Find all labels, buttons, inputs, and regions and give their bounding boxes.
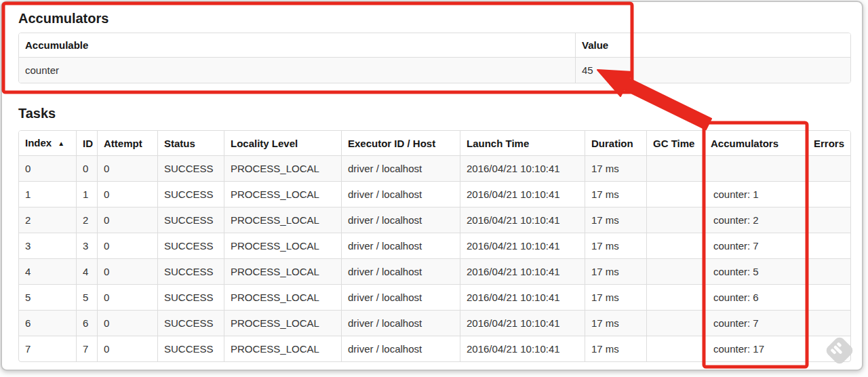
cell-accumulators: counter: 2: [705, 207, 808, 233]
col-header-locality-level[interactable]: Locality Level: [224, 131, 342, 156]
cell-gc-time: [647, 285, 705, 311]
cell-status: SUCCESS: [158, 285, 224, 311]
accumulator-row: counter 45: [19, 58, 850, 83]
cell-executor: driver / localhost: [342, 207, 460, 233]
cell-errors: [808, 311, 850, 336]
col-header-accumulators[interactable]: Accumulators: [705, 131, 808, 156]
cell-gc-time: [647, 182, 705, 207]
cell-gc-time: [647, 233, 705, 259]
col-header-value: Value: [576, 33, 850, 58]
task-row: 3 3 0 SUCCESS PROCESS_LOCAL driver / loc…: [19, 233, 850, 259]
cell-accumulators: counter: 6: [705, 285, 808, 311]
accumulators-section-title: Accumulators: [18, 11, 862, 26]
cell-attempt: 0: [98, 259, 158, 285]
cell-duration: 17 ms: [585, 182, 647, 207]
cell-errors: [808, 336, 850, 361]
cell-id: 7: [77, 336, 98, 361]
accumulators-header-row: Accumulable Value: [19, 33, 850, 58]
cell-executor: driver / localhost: [342, 182, 460, 207]
cell-accumulators: counter: 5: [705, 259, 808, 285]
col-header-errors[interactable]: Errors: [808, 131, 850, 156]
cell-status: SUCCESS: [158, 207, 224, 233]
sort-ascending-icon: ▲: [58, 140, 64, 147]
tasks-section-title: Tasks: [18, 106, 862, 121]
cell-attempt: 0: [98, 311, 158, 336]
cell-accumulable: counter: [19, 58, 576, 83]
cell-errors: [808, 285, 850, 311]
cell-errors: [808, 233, 850, 259]
cell-errors: [808, 182, 850, 207]
cell-duration: 17 ms: [585, 233, 647, 259]
cell-index: 1: [19, 182, 77, 207]
cell-errors: [808, 156, 850, 182]
cell-locality: PROCESS_LOCAL: [224, 207, 342, 233]
cell-accumulators: counter: 7: [705, 311, 808, 336]
task-row: 7 7 0 SUCCESS PROCESS_LOCAL driver / loc…: [19, 336, 850, 361]
cell-duration: 17 ms: [585, 285, 647, 311]
cell-gc-time: [647, 207, 705, 233]
cell-index: 4: [19, 259, 77, 285]
task-row: 4 4 0 SUCCESS PROCESS_LOCAL driver / loc…: [19, 259, 850, 285]
cell-errors: [808, 207, 850, 233]
cell-status: SUCCESS: [158, 182, 224, 207]
cell-executor: driver / localhost: [342, 285, 460, 311]
cell-gc-time: [647, 336, 705, 361]
cell-locality: PROCESS_LOCAL: [224, 311, 342, 336]
col-header-index-label: Index: [25, 137, 52, 148]
cell-launch-time: 2016/04/21 10:10:41: [460, 336, 585, 361]
col-header-id[interactable]: ID: [77, 131, 98, 156]
cell-index: 3: [19, 233, 77, 259]
cell-duration: 17 ms: [585, 311, 647, 336]
col-header-launch-time[interactable]: Launch Time: [460, 131, 585, 156]
cell-status: SUCCESS: [158, 156, 224, 182]
cell-executor: driver / localhost: [342, 336, 460, 361]
cell-attempt: 0: [98, 285, 158, 311]
cell-index: 0: [19, 156, 77, 182]
col-header-duration[interactable]: Duration: [585, 131, 647, 156]
cell-locality: PROCESS_LOCAL: [224, 182, 342, 207]
cell-attempt: 0: [98, 233, 158, 259]
cell-value: 45: [576, 58, 850, 83]
cell-duration: 17 ms: [585, 207, 647, 233]
cell-id: 4: [77, 259, 98, 285]
cell-status: SUCCESS: [158, 311, 224, 336]
col-header-accumulable: Accumulable: [19, 33, 576, 58]
cell-id: 6: [77, 311, 98, 336]
cell-locality: PROCESS_LOCAL: [224, 285, 342, 311]
cell-index: 7: [19, 336, 77, 361]
task-row: 0 0 0 SUCCESS PROCESS_LOCAL driver / loc…: [19, 156, 850, 182]
col-header-attempt[interactable]: Attempt: [98, 131, 158, 156]
cell-index: 2: [19, 207, 77, 233]
cell-status: SUCCESS: [158, 233, 224, 259]
cell-launch-time: 2016/04/21 10:10:41: [460, 156, 585, 182]
cell-executor: driver / localhost: [342, 311, 460, 336]
cell-gc-time: [647, 156, 705, 182]
tasks-header-row: Index▲ ID Attempt Status Locality Level …: [19, 131, 850, 156]
cell-launch-time: 2016/04/21 10:10:41: [460, 259, 585, 285]
col-header-status[interactable]: Status: [158, 131, 224, 156]
cell-duration: 17 ms: [585, 156, 647, 182]
cell-executor: driver / localhost: [342, 233, 460, 259]
cell-duration: 17 ms: [585, 259, 647, 285]
col-header-index[interactable]: Index▲: [19, 131, 77, 156]
col-header-gc-time[interactable]: GC Time: [647, 131, 705, 156]
cell-launch-time: 2016/04/21 10:10:41: [460, 182, 585, 207]
page-content: Accumulators Accumulable Value counter 4…: [2, 11, 862, 362]
cell-id: 5: [77, 285, 98, 311]
cell-launch-time: 2016/04/21 10:10:41: [460, 285, 585, 311]
accumulators-table: Accumulable Value counter 45: [18, 33, 851, 83]
task-row: 1 1 0 SUCCESS PROCESS_LOCAL driver / loc…: [19, 182, 850, 207]
cell-gc-time: [647, 259, 705, 285]
cell-duration: 17 ms: [585, 336, 647, 361]
cell-attempt: 0: [98, 207, 158, 233]
task-row: 2 2 0 SUCCESS PROCESS_LOCAL driver / loc…: [19, 207, 850, 233]
cell-attempt: 0: [98, 336, 158, 361]
cell-launch-time: 2016/04/21 10:10:41: [460, 311, 585, 336]
col-header-executor-id-host[interactable]: Executor ID / Host: [342, 131, 460, 156]
cell-locality: PROCESS_LOCAL: [224, 156, 342, 182]
cell-gc-time: [647, 311, 705, 336]
tasks-table: Index▲ ID Attempt Status Locality Level …: [18, 130, 851, 362]
cell-index: 6: [19, 311, 77, 336]
task-row: 5 5 0 SUCCESS PROCESS_LOCAL driver / loc…: [19, 285, 850, 311]
cell-accumulators: [705, 156, 808, 182]
